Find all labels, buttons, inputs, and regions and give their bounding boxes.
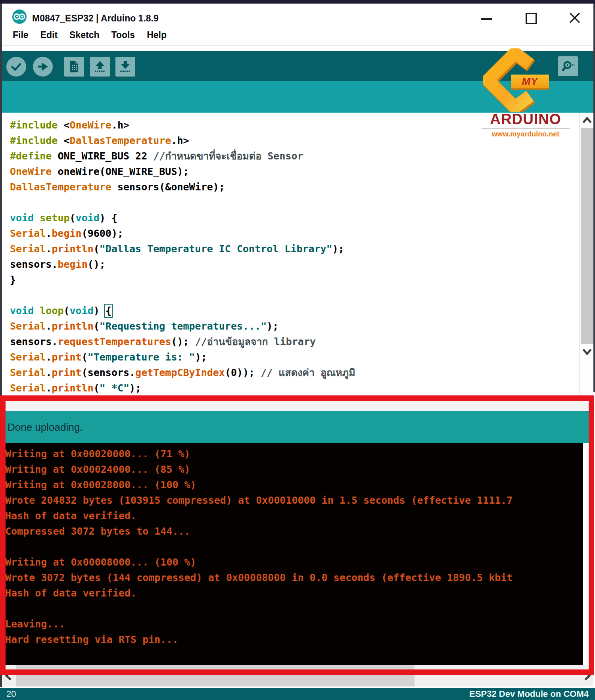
code-line: void setup(void) { xyxy=(10,210,579,226)
check-icon xyxy=(10,60,23,73)
menu-item-help[interactable]: Help xyxy=(141,30,173,40)
code-line: void loop(void) { xyxy=(10,303,579,318)
arrow-up-icon xyxy=(93,60,107,73)
arrow-right-icon xyxy=(36,60,50,73)
code-line: OneWire oneWire(ONE_WIRE_BUS); xyxy=(10,164,579,179)
window-title: M0847_ESP32 | Arduino 1.8.9 xyxy=(32,13,159,24)
code-line: Serial.println("Requesting temperatures.… xyxy=(10,318,579,334)
code-line xyxy=(10,288,579,303)
arduino-ide-window: M0847_ESP32 | Arduino 1.8.9 FileEditSket… xyxy=(0,0,595,700)
code-line: Serial.begin(9600); xyxy=(10,226,579,241)
code-line: Serial.println(" *C"); xyxy=(10,380,579,396)
close-icon xyxy=(566,9,583,27)
code-line: Serial.print(sensors.getTempCByIndex(0))… xyxy=(10,365,579,380)
code-line xyxy=(10,195,579,210)
scroll-up-icon[interactable] xyxy=(582,115,592,125)
code-line: sensors.requestTemperatures(); //อ่านข้อ… xyxy=(10,334,579,349)
line-number: 20 xyxy=(6,689,16,699)
menu-item-edit[interactable]: Edit xyxy=(35,30,63,40)
window-top-border xyxy=(0,0,595,4)
editor-vscrollbar-thumb[interactable] xyxy=(581,128,593,344)
document-icon xyxy=(67,60,81,73)
save-button[interactable] xyxy=(115,57,135,77)
menu-item-file[interactable]: File xyxy=(7,30,35,40)
new-sketch-button[interactable] xyxy=(64,57,84,77)
arduino-wordmark: ARDUINO xyxy=(480,111,571,128)
code-line: Serial.print("Temperature is: "); xyxy=(10,349,579,365)
myarduino-watermark: MY ARDUINO www.myarduino.net xyxy=(480,48,571,142)
code-line: } xyxy=(10,272,579,288)
minimize-button[interactable] xyxy=(478,12,495,24)
highlight-rectangle xyxy=(0,395,594,675)
close-button[interactable] xyxy=(566,9,583,27)
code-line: Serial.println("Dallas Temperature IC Co… xyxy=(10,241,579,257)
menu-separator xyxy=(2,45,593,46)
menu-item-tools[interactable]: Tools xyxy=(106,30,141,40)
minimize-icon xyxy=(481,18,492,20)
my-banner: MY xyxy=(511,75,549,90)
menubar: FileEditSketchToolsHelp xyxy=(2,25,593,45)
arduino-app-icon xyxy=(12,9,27,24)
code-editor[interactable]: #include <OneWire.h>#include <DallasTemp… xyxy=(2,113,579,411)
scroll-down-icon[interactable] xyxy=(582,347,592,357)
maximize-button[interactable] xyxy=(522,10,538,26)
upload-button[interactable] xyxy=(33,57,53,77)
board-port-status: ESP32 Dev Module on COM4 xyxy=(469,689,589,699)
footer-statusbar: 20 ESP32 Dev Module on COM4 xyxy=(0,688,595,700)
myarduino-url: www.myarduino.net xyxy=(480,130,571,138)
window-right-border xyxy=(593,4,595,392)
logo-underline xyxy=(482,128,570,128)
open-button[interactable] xyxy=(90,57,110,77)
titlebar: M0847_ESP32 | Arduino 1.8.9 xyxy=(2,4,593,25)
arrow-down-icon xyxy=(119,60,132,73)
menu-item-sketch[interactable]: Sketch xyxy=(63,30,105,40)
code-line: sensors.begin(); xyxy=(10,257,579,272)
verify-button[interactable] xyxy=(6,57,26,77)
maximize-icon xyxy=(526,13,537,24)
code-line: #define ONE_WIRE_BUS 22 //กำหนดขาที่จะเช… xyxy=(10,148,579,164)
code-line: DallasTemperature sensors(&oneWire); xyxy=(10,179,579,195)
